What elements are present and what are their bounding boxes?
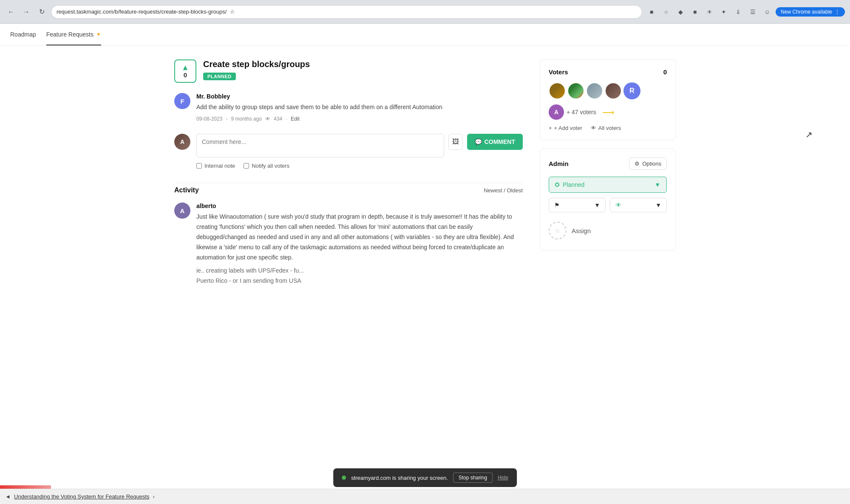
options-button[interactable]: ⚙ Options (629, 158, 667, 170)
activity-text-3: Puerto Rico - or I am sending from USA (196, 276, 523, 286)
voter-avatar-3 (586, 82, 603, 99)
status-dropdown[interactable]: Planned ▼ (549, 177, 667, 193)
sort-label: Newest / Oldest (484, 187, 523, 194)
edit-link[interactable]: Edit (291, 116, 300, 122)
post-date: 09-08-2023 (196, 116, 222, 122)
post-text: Add the ability to group steps and save … (196, 102, 523, 112)
flag-dropdown-chevron: ▼ (594, 202, 600, 208)
internal-note-label: Internal note (204, 163, 235, 169)
flag-icon: ⚑ (554, 202, 560, 208)
extension-icon-1[interactable]: ■ (646, 6, 657, 18)
url-text: request.taskmagic.com/b/feature-requests… (57, 8, 227, 15)
activity-author: alberto (196, 203, 523, 209)
feature-header: ▲ 0 Create step blocks/groups PLANNED (174, 59, 523, 83)
extension-icon-5[interactable]: ☀ (703, 6, 715, 18)
feature-title-section: Create step blocks/groups PLANNED (203, 59, 310, 80)
screen-share-text: streamyard.com is sharing your screen. (351, 475, 448, 481)
dropdown-chevron-icon: ▼ (654, 181, 660, 188)
browser-chrome: ← → ↻ request.taskmagic.com/b/feature-re… (0, 0, 850, 24)
extension-icon-3[interactable]: ◆ (674, 6, 686, 18)
share-indicator-icon (342, 476, 346, 480)
comment-button[interactable]: 💬 COMMENT (467, 134, 523, 150)
gear-icon: ⚙ (635, 160, 640, 167)
notify-voters-label: Notify all voters (252, 163, 289, 169)
author-post: F Mr. Bobbley Add the ability to group s… (174, 93, 523, 122)
internal-note-checkbox[interactable]: Internal note (196, 163, 235, 169)
comment-input-wrapper: 🖼 💬 COMMENT (196, 134, 523, 158)
comment-image-btn[interactable]: 🖼 (448, 134, 463, 150)
post-content: Mr. Bobbley Add the ability to group ste… (196, 93, 523, 122)
nav-feature-requests-label: Feature Requests (46, 31, 94, 38)
forward-button[interactable]: → (20, 6, 32, 18)
back-button[interactable]: ← (5, 6, 17, 18)
voter-avatar-r: R (623, 82, 640, 99)
browser-actions: ■ ○ ◆ ■ ☀ ✦ ⇓ ☰ ☺ New Chrome available ⋮ (646, 6, 845, 18)
post-author: Mr. Bobbley (196, 93, 523, 100)
activity-text-2: ie.. creating labels with UPS/Fedex - fu… (196, 266, 523, 276)
add-voter-button[interactable]: + + Add voter (549, 125, 582, 131)
page-wrapper: Roadmap Feature Requests ▼ ▲ 0 Create st… (0, 24, 850, 504)
activity-text: Just like Winaoutomation ( sure wish you… (196, 212, 523, 262)
internal-note-input[interactable] (196, 163, 202, 169)
extension-icon-2[interactable]: ○ (660, 6, 672, 18)
hide-button[interactable]: Hide (498, 475, 508, 481)
sidebar: Voters 0 R A + 47 voters ⟶ (540, 59, 676, 296)
main-layout: ▲ 0 Create step blocks/groups PLANNED F … (149, 46, 701, 310)
profile-icon[interactable]: ☺ (761, 6, 773, 18)
voter-avatar-1 (549, 82, 566, 99)
bookmark-icon[interactable]: ☆ (230, 8, 235, 15)
activity-header: Activity Newest / Oldest (174, 183, 523, 194)
eye-dropdown-icon: 👁 (615, 202, 621, 208)
address-bar[interactable]: request.taskmagic.com/b/feature-requests… (51, 5, 642, 19)
ticker-chevron-icon: › (153, 493, 155, 500)
commenter-avatar: A (174, 134, 190, 150)
visibility-dropdown-chevron: ▼ (655, 202, 661, 208)
add-voter-icon: + (549, 125, 552, 131)
more-voters: A + 47 voters ⟶ (549, 104, 667, 120)
activity-post: A alberto Just like Winaoutomation ( sur… (174, 203, 523, 286)
download-icon[interactable]: ⇓ (732, 6, 744, 18)
notify-voters-checkbox[interactable]: Notify all voters (244, 163, 289, 169)
ticker-arrow-icon: ◄ (5, 493, 11, 500)
flag-dropdown[interactable]: ⚑ ▼ (549, 198, 606, 212)
all-voters-label: All voters (598, 125, 621, 131)
voter-a-badge: A (549, 104, 564, 120)
comment-textarea[interactable] (196, 134, 444, 158)
vote-count: 0 (184, 71, 187, 79)
all-voters-button[interactable]: 👁 All voters (591, 125, 621, 131)
content-area: ▲ 0 Create step blocks/groups PLANNED F … (174, 59, 540, 296)
voter-avatar-4 (605, 82, 622, 99)
extension-icon-4[interactable]: ■ (689, 6, 701, 18)
status-badge: PLANNED (203, 73, 236, 80)
sort-options[interactable]: Newest / Oldest (484, 187, 523, 194)
notify-voters-input[interactable] (244, 163, 249, 169)
reload-button[interactable]: ↻ (36, 6, 48, 18)
comment-area: A 🖼 💬 COMMENT (174, 134, 523, 158)
extension-icon-6[interactable]: ✦ (718, 6, 730, 18)
sidebar-toggle-icon[interactable]: ☰ (747, 6, 759, 18)
post-meta: 09-08-2023 - 9 months ago 👁 434 - Edit (196, 116, 523, 122)
voter-avatar-2 (567, 82, 584, 99)
activity-avatar: A (174, 203, 190, 219)
stop-sharing-button[interactable]: Stop sharing (453, 473, 493, 483)
new-chrome-badge[interactable]: New Chrome available ⋮ (776, 7, 845, 17)
more-voters-count: + 47 voters (567, 109, 596, 115)
ticker-text[interactable]: Understanding the Voting System for Feat… (14, 493, 150, 500)
visibility-dropdown[interactable]: 👁 ▼ (610, 198, 667, 212)
eye-voters-icon: 👁 (591, 125, 596, 131)
new-chrome-label: New Chrome available (781, 9, 832, 15)
voters-count: 0 (663, 68, 667, 76)
vote-box[interactable]: ▲ 0 (174, 59, 196, 83)
nav-roadmap[interactable]: Roadmap (10, 24, 36, 45)
assign-area[interactable]: ○ Assign (549, 219, 667, 242)
author-avatar: F (174, 93, 190, 109)
post-time-ago: 9 months ago (231, 116, 262, 122)
admin-title: Admin (549, 160, 569, 167)
nav-feature-requests[interactable]: Feature Requests ▼ (46, 24, 101, 45)
add-voter-label: + Add voter (554, 125, 582, 131)
post-views: 434 (274, 116, 282, 122)
status-dot-icon (555, 183, 559, 187)
comment-button-label: COMMENT (484, 138, 515, 145)
nav-roadmap-label: Roadmap (10, 31, 36, 38)
admin-header: Admin ⚙ Options (549, 158, 667, 170)
